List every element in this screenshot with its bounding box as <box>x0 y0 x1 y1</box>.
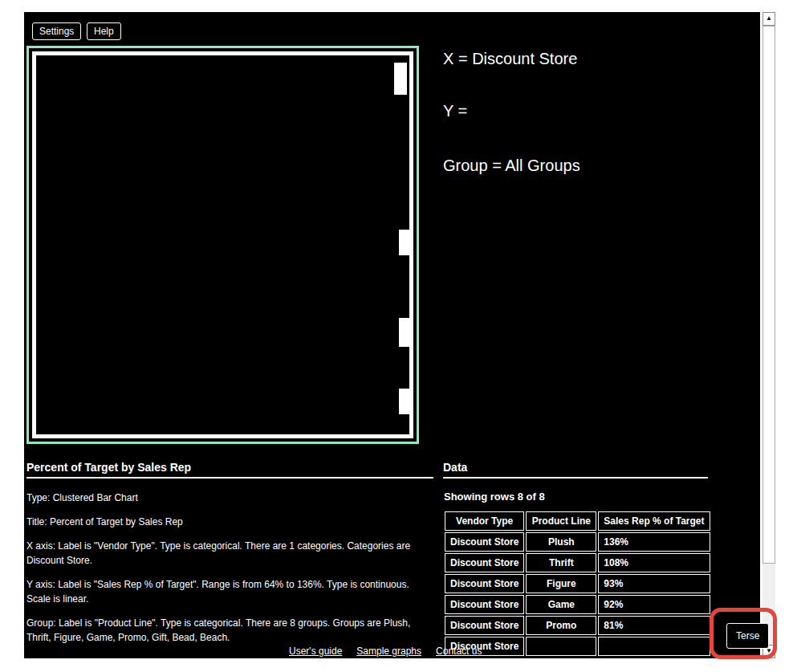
description-line: Y axis: Label is "Sales Rep % of Target"… <box>26 577 433 606</box>
vertical-scrollbar[interactable]: ▲ ▼ <box>762 12 775 658</box>
table-cell <box>526 637 596 656</box>
table-cell: Game <box>526 595 596 614</box>
table-row: Discount Store <box>445 637 710 656</box>
table-cell: Figure <box>526 574 596 593</box>
table-row: Discount StoreThrift108% <box>445 553 710 572</box>
scrollbar-thumb[interactable] <box>762 26 775 564</box>
table-row: Discount StoreFigure93% <box>445 574 710 593</box>
description-line: X axis: Label is "Vendor Type". Type is … <box>26 539 433 568</box>
rows-status: Showing rows 8 of 8 <box>444 491 545 503</box>
data-table: Vendor TypeProduct LineSales Rep % of Ta… <box>443 510 712 658</box>
bar-segment <box>399 318 409 347</box>
plot-frame <box>32 51 413 438</box>
table-row: Discount StorePromo81% <box>445 616 710 635</box>
data-table-header: Vendor Type <box>445 511 524 531</box>
data-table-body: Discount StorePlush136%Discount StoreThr… <box>445 532 710 656</box>
table-cell: 81% <box>598 616 710 635</box>
scroll-up-button[interactable]: ▲ <box>762 12 775 26</box>
table-cell: Thrift <box>526 553 596 572</box>
table-cell: 92% <box>598 595 710 614</box>
footer-link[interactable]: Sample graphs <box>356 646 421 657</box>
table-row: Discount StoreGame92% <box>445 595 710 614</box>
table-cell: Plush <box>526 532 596 552</box>
data-table-header: Sales Rep % of Target <box>598 511 710 531</box>
x-selection-label: X = Discount Store <box>443 50 577 68</box>
help-button[interactable]: Help <box>87 22 121 40</box>
description-line: Type: Clustered Bar Chart <box>26 491 433 505</box>
data-divider <box>443 477 708 479</box>
table-cell: Promo <box>526 616 596 635</box>
data-table-header: Product Line <box>526 511 596 531</box>
page: Settings Help X = Discount Store Y = Gro… <box>0 0 793 672</box>
footer-link[interactable]: User's guide <box>289 646 342 657</box>
table-cell: Discount Store <box>445 532 524 552</box>
y-selection-label: Y = <box>443 102 467 120</box>
app-background: Settings Help X = Discount Store Y = Gro… <box>24 12 760 658</box>
data-panel-heading: Data <box>443 461 467 474</box>
table-cell: Discount Store <box>445 616 524 635</box>
table-cell: Discount Store <box>445 553 524 572</box>
table-cell: Discount Store <box>445 574 524 593</box>
description-line: Group: Label is "Product Line". Type is … <box>26 616 433 645</box>
group-selection-label: Group = All Groups <box>443 157 580 175</box>
table-cell: 93% <box>598 574 710 593</box>
table-cell: 136% <box>598 532 710 552</box>
table-cell: 108% <box>598 553 710 572</box>
data-table-header-row: Vendor TypeProduct LineSales Rep % of Ta… <box>445 511 710 531</box>
bar-segment <box>399 230 409 255</box>
table-cell <box>598 637 710 656</box>
table-row: Discount StorePlush136% <box>445 532 710 552</box>
footer-link[interactable]: Contact us <box>436 646 482 657</box>
settings-button[interactable]: Settings <box>32 22 81 40</box>
bar-segment <box>394 63 407 95</box>
table-cell: Discount Store <box>445 595 524 614</box>
footer-links: User's guideSample graphsContact us <box>289 643 482 658</box>
chart-description-heading: Percent of Target by Sales Rep <box>26 461 191 474</box>
chart-area[interactable] <box>26 46 419 444</box>
description-lines: Type: Clustered Bar ChartTitle: Percent … <box>26 491 433 654</box>
terse-button[interactable]: Terse <box>726 623 769 649</box>
bar-segment <box>399 389 409 414</box>
description-line: Title: Percent of Target by Sales Rep <box>26 515 433 529</box>
description-divider <box>26 477 433 479</box>
